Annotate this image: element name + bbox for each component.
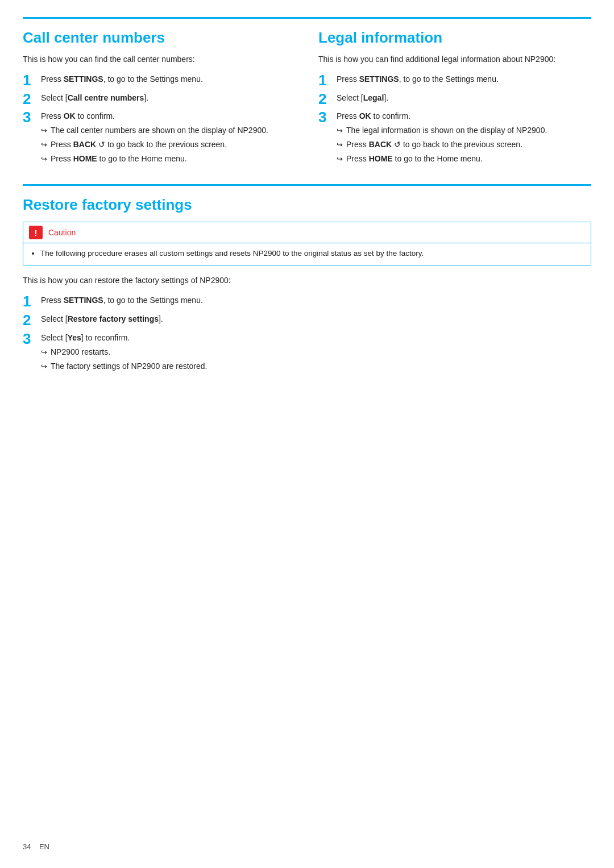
sub-bullets: ↪ The legal information is shown on the … — [337, 124, 591, 165]
step-content: Press SETTINGS, to go to the Settings me… — [41, 294, 591, 306]
bullet-text: The factory settings of NP2900 are resto… — [51, 360, 207, 372]
sub-bullet: ↪ Press HOME to go to the Home menu. — [41, 153, 296, 165]
page-footer: 34 EN — [23, 842, 49, 851]
restore-intro: This is how you can restore the factory … — [23, 275, 591, 286]
bullet-text: Press BACK ↺ to go back to the previous … — [346, 139, 522, 151]
step-item: 1 Press SETTINGS, to go to the Settings … — [23, 294, 591, 310]
caution-box: ! Caution The following procedure erases… — [23, 222, 591, 265]
caution-list: The following procedure erases all custo… — [30, 248, 584, 259]
caution-header: ! Caution — [23, 222, 591, 243]
call-center-section: Call center numbers This is how you can … — [23, 19, 296, 171]
step-number: 3 — [318, 109, 337, 126]
arrow-icon: ↪ — [337, 125, 343, 136]
restore-steps: 1 Press SETTINGS, to go to the Settings … — [23, 294, 591, 374]
arrow-icon: ↪ — [337, 153, 343, 165]
bullet-text: NP2900 restarts. — [51, 346, 110, 358]
arrow-icon: ↪ — [41, 153, 47, 165]
caution-list-item: The following procedure erases all custo… — [40, 248, 584, 259]
step-number: 2 — [318, 91, 337, 107]
sub-bullets: ↪ NP2900 restarts. ↪ The factory setting… — [41, 346, 591, 372]
step-content: Select [Legal]. — [337, 92, 591, 104]
bullet-text: The call center numbers are shown on the… — [51, 124, 268, 136]
restore-section-inner: Restore factory settings ! Caution The f… — [23, 186, 591, 374]
arrow-icon: ↪ — [337, 139, 343, 151]
legal-title: Legal information — [318, 29, 591, 47]
sub-bullet: ↪ NP2900 restarts. — [41, 346, 591, 358]
arrow-icon: ↪ — [41, 347, 47, 358]
bullet-text: Press HOME to go to the Home menu. — [346, 153, 483, 165]
legal-steps: 1 Press SETTINGS, to go to the Settings … — [318, 73, 591, 167]
bullet-text: Press BACK ↺ to go back to the previous … — [51, 139, 227, 151]
step-number: 1 — [318, 72, 337, 89]
arrow-icon: ↪ — [41, 139, 47, 151]
step-content: Press OK to confirm. ↪ The call center n… — [41, 110, 296, 167]
step-item: 3 Select [Yes] to reconfirm. ↪ NP2900 re… — [23, 332, 591, 375]
step-number: 1 — [23, 72, 41, 89]
step-number: 2 — [23, 91, 41, 107]
step-number: 1 — [23, 293, 41, 310]
legal-intro: This is how you can find additional lega… — [318, 53, 591, 65]
sub-bullet: ↪ Press HOME to go to the Home menu. — [337, 153, 591, 165]
sub-bullet: ↪ The call center numbers are shown on t… — [41, 124, 296, 136]
page-number: 34 — [23, 842, 31, 851]
bullet-text: Press HOME to go to the Home menu. — [51, 153, 187, 165]
step-number: 2 — [23, 312, 41, 329]
step-content: Select [Restore factory settings]. — [41, 313, 591, 325]
sub-bullet: ↪ The legal information is shown on the … — [337, 124, 591, 136]
arrow-icon: ↪ — [41, 361, 47, 372]
restore-title: Restore factory settings — [23, 196, 591, 214]
sub-bullet: ↪ Press BACK ↺ to go back to the previou… — [337, 139, 591, 151]
step-item: 2 Select [Legal]. — [318, 92, 591, 107]
arrow-icon: ↪ — [41, 125, 47, 136]
step-content: Press SETTINGS, to go to the Settings me… — [337, 73, 591, 85]
step-content: Press OK to confirm. ↪ The legal informa… — [337, 110, 591, 167]
caution-icon: ! — [29, 226, 43, 239]
step-number: 3 — [23, 109, 41, 126]
step-item: 2 Select [Restore factory settings]. — [23, 313, 591, 329]
step-item: 1 Press SETTINGS, to go to the Settings … — [318, 73, 591, 89]
call-center-steps: 1 Press SETTINGS, to go to the Settings … — [23, 73, 296, 167]
sub-bullet: ↪ Press BACK ↺ to go back to the previou… — [41, 139, 296, 151]
caution-body: The following procedure erases all custo… — [23, 243, 591, 265]
two-column-layout: Call center numbers This is how you can … — [23, 19, 591, 171]
step-item: 3 Press OK to confirm. ↪ The call center… — [23, 110, 296, 167]
step-content: Select [Call centre numbers]. — [41, 92, 296, 104]
step-number: 3 — [23, 331, 41, 347]
call-center-title: Call center numbers — [23, 29, 296, 47]
step-item: 2 Select [Call centre numbers]. — [23, 92, 296, 107]
step-content: Select [Yes] to reconfirm. ↪ NP2900 rest… — [41, 332, 591, 375]
sub-bullet: ↪ The factory settings of NP2900 are res… — [41, 360, 591, 372]
bullet-text: The legal information is shown on the di… — [346, 124, 547, 136]
step-item: 3 Press OK to confirm. ↪ The legal infor… — [318, 110, 591, 167]
legal-section: Legal information This is how you can fi… — [318, 19, 591, 171]
step-item: 1 Press SETTINGS, to go to the Settings … — [23, 73, 296, 89]
step-content: Press SETTINGS, to go to the Settings me… — [41, 73, 296, 85]
call-center-intro: This is how you can find the call center… — [23, 53, 296, 65]
restore-section: Restore factory settings ! Caution The f… — [23, 184, 591, 374]
sub-bullets: ↪ The call center numbers are shown on t… — [41, 124, 296, 165]
caution-title: Caution — [48, 228, 76, 237]
language-label: EN — [39, 842, 49, 851]
